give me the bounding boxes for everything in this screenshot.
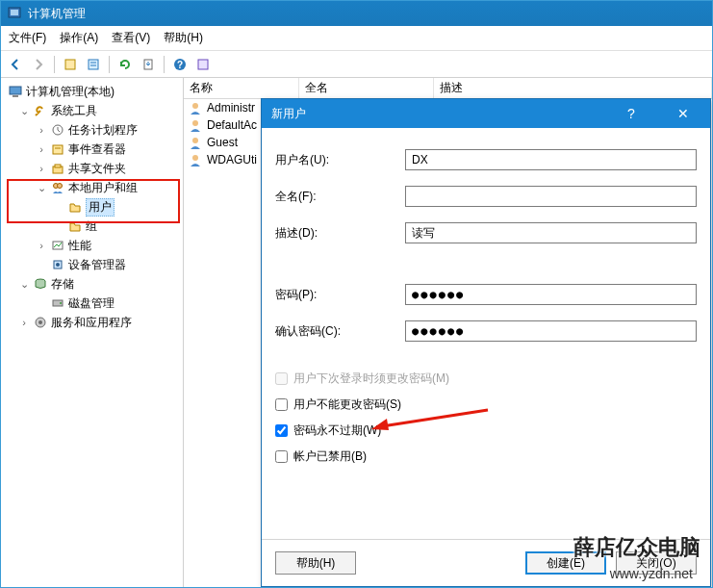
- list-header: 名称 全名 描述: [184, 78, 712, 99]
- storage-icon: [33, 276, 48, 292]
- row-name: DefaultAc: [207, 118, 257, 132]
- device-icon: [50, 257, 65, 272]
- share-icon: [50, 161, 65, 176]
- tree-disk[interactable]: 磁盘管理: [3, 294, 181, 313]
- col-name[interactable]: 名称: [184, 78, 299, 98]
- svg-point-29: [192, 138, 198, 143]
- help-button[interactable]: 帮助(H): [275, 551, 356, 575]
- expand-icon[interactable]: ›: [36, 124, 47, 136]
- toolbar-separator: [164, 56, 165, 73]
- input-confirm[interactable]: [405, 320, 697, 342]
- tools-icon: [33, 103, 48, 118]
- toolbar-separator: [109, 56, 110, 73]
- svg-point-21: [56, 263, 60, 267]
- svg-point-18: [58, 184, 63, 189]
- properties-button[interactable]: [83, 54, 104, 75]
- label-fullname: 全名(F):: [275, 189, 405, 205]
- tree-label: 本地用户和组: [68, 180, 138, 196]
- tree-users[interactable]: 用户: [3, 197, 181, 217]
- chk-disabled-row[interactable]: 帐户已禁用(B): [275, 448, 697, 465]
- chk-disabled-label: 帐户已禁用(B): [293, 448, 367, 465]
- app-icon: [7, 6, 22, 21]
- menu-help[interactable]: 帮助(H): [164, 30, 203, 46]
- col-desc[interactable]: 描述: [434, 78, 712, 98]
- tree-label: 计算机管理(本地): [26, 84, 115, 100]
- user-icon: [188, 135, 203, 150]
- tree-groups[interactable]: 组: [3, 217, 181, 236]
- tree-perf[interactable]: › 性能: [3, 236, 181, 255]
- chk-never-label: 密码永不过期(W): [293, 422, 381, 439]
- expand-icon[interactable]: ›: [36, 240, 47, 251]
- chk-disabled[interactable]: [275, 450, 288, 463]
- back-button[interactable]: [5, 54, 26, 75]
- perf-icon: [50, 238, 65, 253]
- label-password: 密码(P):: [275, 287, 405, 303]
- svg-rect-3: [89, 60, 98, 69]
- svg-rect-11: [13, 95, 18, 97]
- tree-event[interactable]: › 事件查看器: [3, 140, 181, 159]
- col-fullname[interactable]: 全名: [299, 78, 434, 98]
- input-password[interactable]: [405, 284, 697, 305]
- svg-rect-10: [10, 87, 21, 94]
- collapse-icon[interactable]: ⌄: [36, 182, 47, 194]
- help-button[interactable]: ?: [169, 54, 191, 75]
- dialog-titlebar: 新用户 ? ✕: [262, 99, 710, 128]
- tree-label: 服务和应用程序: [51, 315, 132, 331]
- new-button[interactable]: [60, 54, 81, 75]
- action-button[interactable]: [192, 54, 214, 75]
- svg-point-30: [192, 155, 198, 161]
- tree-localusers[interactable]: ⌄ 本地用户和组: [3, 178, 181, 197]
- tree-services[interactable]: › 服务和应用程序: [3, 313, 181, 332]
- row-name: WDAGUti: [207, 153, 257, 166]
- chk-cannot-row[interactable]: 用户不能更改密码(S): [275, 396, 697, 413]
- chk-mustchange-row: 用户下次登录时须更改密码(M): [275, 371, 697, 387]
- computer-icon: [8, 84, 23, 99]
- tree-task[interactable]: › 任务计划程序: [3, 120, 181, 140]
- services-icon: [33, 315, 48, 330]
- chk-never[interactable]: [275, 424, 288, 437]
- tree-systools[interactable]: ⌄ 系统工具: [3, 101, 181, 120]
- menu-action[interactable]: 操作(A): [60, 30, 98, 46]
- chk-cannot[interactable]: [275, 398, 288, 411]
- user-icon: [188, 100, 203, 115]
- input-username[interactable]: [405, 149, 697, 170]
- svg-rect-9: [198, 60, 208, 69]
- close-icon[interactable]: ✕: [666, 103, 700, 124]
- tree-label: 磁盘管理: [68, 295, 115, 312]
- svg-rect-16: [55, 165, 61, 167]
- close-button[interactable]: 关闭(O): [616, 551, 697, 575]
- tree-label: 共享文件夹: [68, 161, 126, 177]
- titlebar: 计算机管理: [1, 1, 712, 26]
- input-fullname[interactable]: [405, 186, 697, 207]
- collapse-icon[interactable]: ⌄: [18, 105, 30, 117]
- label-username: 用户名(U):: [275, 152, 405, 168]
- tree-label: 事件查看器: [68, 141, 126, 158]
- expand-icon[interactable]: ›: [36, 163, 47, 174]
- event-icon: [50, 141, 65, 157]
- users-icon: [50, 180, 65, 195]
- menu-file[interactable]: 文件(F): [9, 30, 46, 46]
- expand-icon[interactable]: ›: [18, 317, 30, 328]
- export-button[interactable]: [138, 54, 159, 75]
- tree-root[interactable]: 计算机管理(本地): [3, 82, 181, 101]
- svg-point-26: [38, 320, 42, 324]
- expand-icon[interactable]: ›: [36, 143, 47, 155]
- svg-text:?: ?: [177, 60, 183, 70]
- svg-point-27: [192, 103, 198, 109]
- tree-devmgr[interactable]: 设备管理器: [3, 255, 181, 274]
- input-desc[interactable]: [405, 222, 697, 243]
- chk-never-row[interactable]: 密码永不过期(W): [275, 422, 697, 439]
- chk-cannot-label: 用户不能更改密码(S): [293, 396, 401, 413]
- menu-view[interactable]: 查看(V): [112, 30, 150, 46]
- create-button[interactable]: 创建(E): [525, 551, 606, 575]
- clock-icon: [50, 122, 65, 138]
- tree-storage[interactable]: ⌄ 存储: [3, 274, 181, 294]
- folder-icon: [67, 199, 83, 215]
- svg-point-24: [60, 302, 62, 304]
- tree-share[interactable]: › 共享文件夹: [3, 159, 181, 178]
- collapse-icon[interactable]: ⌄: [18, 278, 30, 291]
- help-icon[interactable]: ?: [614, 103, 649, 124]
- dialog-body: 用户名(U): 全名(F): 描述(D): 密码(P): 确认密码(C): 用户…: [262, 128, 710, 539]
- refresh-button[interactable]: [115, 54, 136, 75]
- forward-button[interactable]: [28, 54, 49, 75]
